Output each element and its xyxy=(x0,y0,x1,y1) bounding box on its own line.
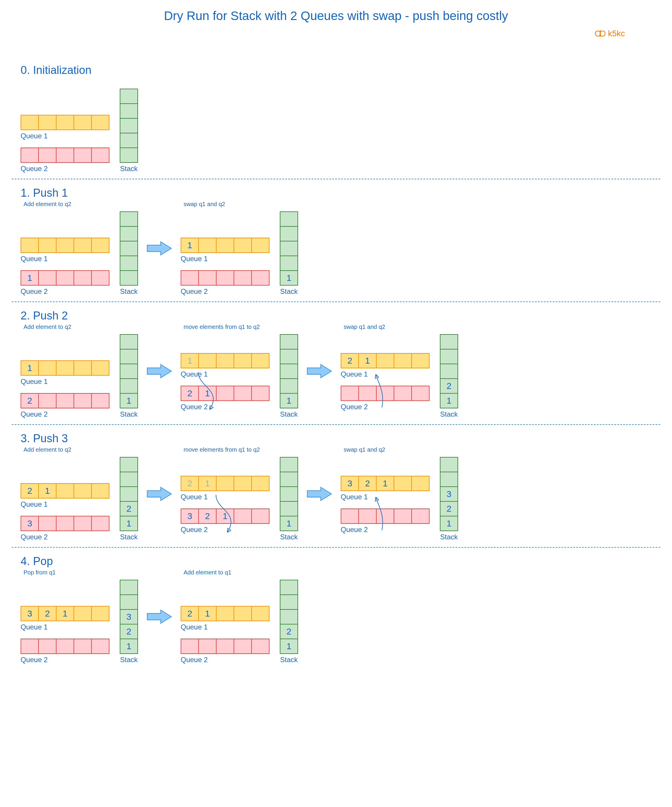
queue-1-label: Queue 1 xyxy=(341,493,430,501)
queue-cell xyxy=(233,639,252,654)
queue-cell xyxy=(358,508,377,524)
stack-column: 1Stack xyxy=(280,457,298,541)
queue-1: 1 xyxy=(180,353,270,368)
queue-cell xyxy=(341,386,359,401)
queue-cell xyxy=(376,508,394,524)
queue-cell xyxy=(251,386,270,401)
queue-2: 2 xyxy=(21,393,109,408)
stack-cell xyxy=(120,211,138,227)
substep-caption: swap q1 and q2 xyxy=(184,201,298,209)
queues-stack-group: Queue 11Queue 2Stack xyxy=(21,211,138,296)
queue-cell xyxy=(91,360,109,376)
queue-cell xyxy=(74,606,92,621)
queues-stack-group: 321Queue 1Queue 2 321Stack xyxy=(341,457,458,541)
brand-logo: k5kc xyxy=(595,29,625,38)
queue-cell xyxy=(233,237,252,253)
substep-caption: Add element to q2 xyxy=(23,201,138,209)
substep: swap q1 and q221Queue 1Queue 2 21Stack xyxy=(341,324,458,418)
queue-2: 3 xyxy=(21,516,109,531)
queue-cell xyxy=(38,393,56,408)
substep: Add element to q21Queue 12Queue 21Stack xyxy=(21,324,138,418)
queue-cell xyxy=(56,639,74,654)
step-section: 4. PopPop from q1321Queue 1Queue 2321Sta… xyxy=(12,548,660,670)
stack-cell: 2 xyxy=(120,624,138,639)
queues-stack-group: Queue 1Queue 2Stack xyxy=(21,89,138,173)
queue-cell xyxy=(198,270,217,286)
queue-2-label: Queue 2 xyxy=(21,656,109,664)
substep: swap q1 and q21Queue 1Queue 21Stack xyxy=(180,201,298,296)
queue-2 xyxy=(180,639,270,654)
stack: 21 xyxy=(120,457,138,531)
stack-cell xyxy=(440,472,458,487)
substep-caption: Add element to q2 xyxy=(23,324,138,332)
queue-2 xyxy=(341,508,430,524)
stack-cell: 1 xyxy=(280,516,298,531)
queue-2: 321 xyxy=(180,508,270,524)
queue-2-label: Queue 2 xyxy=(180,526,270,534)
queue-cell xyxy=(233,386,252,401)
queues-column: 1Queue 12Queue 2 xyxy=(21,360,109,418)
stack-label: Stack xyxy=(280,410,298,418)
substep: move elements from q1 to q21Queue 121Que… xyxy=(180,324,298,418)
queue-cell xyxy=(251,606,270,621)
queue-cell xyxy=(56,115,74,130)
queue-1-label: Queue 1 xyxy=(180,255,270,263)
substep-caption: move elements from q1 to q2 xyxy=(184,324,298,332)
queue-1: 321 xyxy=(21,606,109,621)
stack-cell: 3 xyxy=(120,609,138,624)
page-title: Dry Run for Stack with 2 Queues with swa… xyxy=(12,9,660,23)
stack-cell: 2 xyxy=(120,501,138,516)
queue-1: 21 xyxy=(21,483,109,498)
queue-cell: 1 xyxy=(198,476,217,491)
queue-cell: 1 xyxy=(376,476,394,491)
step-arrow-icon xyxy=(146,486,173,502)
queue-cell xyxy=(74,237,92,253)
stack-cell xyxy=(120,256,138,271)
stack: 1 xyxy=(280,334,298,408)
queue-cell xyxy=(251,353,270,368)
queue-cell xyxy=(394,476,412,491)
stack-cell xyxy=(120,226,138,241)
queue-1: 21 xyxy=(180,606,270,621)
queue-cell: 1 xyxy=(56,606,74,621)
stack xyxy=(120,89,138,163)
stack-column: 1Stack xyxy=(280,334,298,418)
queue-cell xyxy=(38,115,56,130)
substeps-row: Pop from q1321Queue 1Queue 2321Stack Add… xyxy=(21,569,660,664)
queue-cell xyxy=(91,393,109,408)
queue-cell xyxy=(91,237,109,253)
queue-cell xyxy=(91,483,109,498)
queue-cell xyxy=(21,148,39,163)
stack-cell: 2 xyxy=(440,378,458,394)
step-arrow-icon xyxy=(146,240,173,256)
stack-cell xyxy=(120,580,138,595)
stack-cell: 3 xyxy=(440,487,458,502)
queue-2 xyxy=(180,270,270,286)
queue-cell xyxy=(56,237,74,253)
queue-cell xyxy=(56,516,74,531)
stack-cell xyxy=(280,334,298,349)
queue-cell xyxy=(233,606,252,621)
queue-cell: 1 xyxy=(21,360,39,376)
queue-cell xyxy=(180,270,199,286)
stack-cell: 1 xyxy=(120,393,138,408)
stack-cell xyxy=(440,457,458,472)
queues-column: 21Queue 1321Queue 2 xyxy=(180,476,270,541)
queue-cell xyxy=(91,639,109,654)
queue-cell xyxy=(216,270,234,286)
brand-text: k5kc xyxy=(608,29,625,38)
queues-column: 21Queue 13Queue 2 xyxy=(21,483,109,541)
stack-cell xyxy=(120,457,138,472)
queue-cell: 2 xyxy=(180,476,199,491)
queue-cell: 1 xyxy=(216,508,234,524)
queue-cell xyxy=(38,148,56,163)
queues-stack-group: 1Queue 1Queue 21Stack xyxy=(180,211,298,296)
queue-cell xyxy=(74,148,92,163)
queue-cell: 1 xyxy=(21,270,39,286)
stack-column: Stack xyxy=(120,89,138,173)
stack-label: Stack xyxy=(280,656,298,664)
step-title: 0. Initialization xyxy=(21,64,660,76)
queue-1: 321 xyxy=(341,476,430,491)
queue-cell: 2 xyxy=(180,606,199,621)
queue-cell xyxy=(394,508,412,524)
